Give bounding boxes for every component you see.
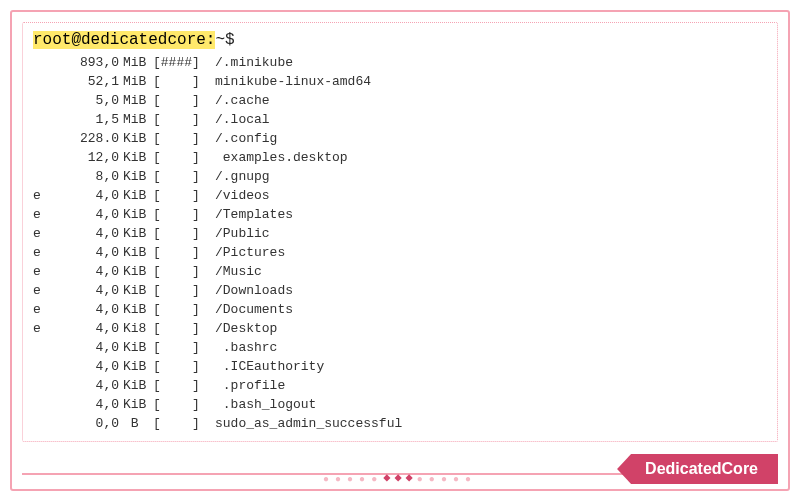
row-unit: KiB (119, 281, 153, 300)
row-unit: KiB (119, 376, 153, 395)
row-name: /Music (211, 262, 262, 281)
row-bar: [ ] (153, 414, 211, 433)
row-name: /Templates (211, 205, 293, 224)
row-flag: e (33, 300, 55, 319)
row-name: .bash_logout (211, 395, 316, 414)
window-frame: root@dedicatedcore:~$ 893,0MiB[####]/.mi… (10, 10, 790, 491)
row-flag: e (33, 319, 55, 338)
row-size: 4,0 (55, 262, 119, 281)
row-unit: KiB (119, 243, 153, 262)
row-size: 4,0 (55, 224, 119, 243)
row-bar: [ ] (153, 205, 211, 224)
row-name: /.local (211, 110, 270, 129)
row-flag (33, 414, 55, 433)
brand-badge: DedicatedCore (617, 454, 778, 484)
listing-row: 228.0KiB[ ]/.config (33, 129, 767, 148)
row-size: 4,0 (55, 376, 119, 395)
terminal-panel[interactable]: root@dedicatedcore:~$ 893,0MiB[####]/.mi… (22, 22, 778, 442)
row-unit: KiB (119, 262, 153, 281)
row-name: /Downloads (211, 281, 293, 300)
row-bar: [ ] (153, 224, 211, 243)
listing-row: 52,1MiB[ ]minikube-linux-amd64 (33, 72, 767, 91)
row-bar: [ ] (153, 395, 211, 414)
row-bar: [ ] (153, 243, 211, 262)
row-bar: [ ] (153, 338, 211, 357)
row-unit: Ki8 (119, 319, 153, 338)
row-name: sudo_as_admin_successful (211, 414, 402, 433)
row-unit: KiB (119, 186, 153, 205)
row-unit: MiB (119, 91, 153, 110)
listing-row: e4,0KiB[ ]/Pictures (33, 243, 767, 262)
listing-row: 8,0KiB[ ]/.gnupg (33, 167, 767, 186)
row-name: .profile (211, 376, 285, 395)
row-flag (33, 376, 55, 395)
row-unit: KiB (119, 338, 153, 357)
row-flag (33, 53, 55, 72)
listing-row: 4,0KiB[ ] .ICEauthority (33, 357, 767, 376)
row-name: .bashrc (211, 338, 277, 357)
listing-row: 5,0MiB[ ]/.cache (33, 91, 767, 110)
row-size: 4,0 (55, 319, 119, 338)
row-bar: [ ] (153, 262, 211, 281)
row-size: 4,0 (55, 186, 119, 205)
row-bar: [ ] (153, 110, 211, 129)
row-size: 1,5 (55, 110, 119, 129)
row-bar: [ ] (153, 319, 211, 338)
row-flag (33, 129, 55, 148)
row-bar: [ ] (153, 300, 211, 319)
row-unit: KiB (119, 148, 153, 167)
row-bar: [ ] (153, 129, 211, 148)
prompt-path: ~$ (215, 31, 234, 49)
row-bar: [ ] (153, 148, 211, 167)
row-bar: [ ] (153, 186, 211, 205)
row-unit: MiB (119, 53, 153, 72)
listing-row: e4,0KiB[ ]/Documents (33, 300, 767, 319)
listing-row: 4,0KiB[ ] .profile (33, 376, 767, 395)
listing-row: e4,0KiB[ ]/videos (33, 186, 767, 205)
row-size: 8,0 (55, 167, 119, 186)
row-name: /.gnupg (211, 167, 270, 186)
listing-row: e4,0KiB[ ]/Public (33, 224, 767, 243)
row-size: 4,0 (55, 357, 119, 376)
row-flag (33, 148, 55, 167)
row-size: 893,0 (55, 53, 119, 72)
row-size: 52,1 (55, 72, 119, 91)
row-unit: KiB (119, 300, 153, 319)
listing-row: 1,5MiB[ ]/.local (33, 110, 767, 129)
row-flag: e (33, 186, 55, 205)
row-flag (33, 338, 55, 357)
listing-row: e4,0KiB[ ]/Music (33, 262, 767, 281)
row-size: 4,0 (55, 338, 119, 357)
row-unit: KiB (119, 167, 153, 186)
row-flag: e (33, 262, 55, 281)
row-name: /.config (211, 129, 277, 148)
row-flag (33, 357, 55, 376)
row-bar: [ ] (153, 167, 211, 186)
row-name: examples.desktop (211, 148, 348, 167)
row-flag: e (33, 205, 55, 224)
row-name: /videos (211, 186, 270, 205)
row-size: 4,0 (55, 205, 119, 224)
row-flag (33, 91, 55, 110)
row-unit: KiB (119, 205, 153, 224)
row-size: 4,0 (55, 281, 119, 300)
listing-row: e4,0KiB[ ]/Templates (33, 205, 767, 224)
listing-row: 0,0 B [ ]sudo_as_admin_successful (33, 414, 767, 433)
row-name: /.cache (211, 91, 270, 110)
listing-row: e4,0Ki8[ ]/Desktop (33, 319, 767, 338)
row-name: .ICEauthority (211, 357, 324, 376)
row-size: 0,0 (55, 414, 119, 433)
row-unit: KiB (119, 357, 153, 376)
file-listing: 893,0MiB[####]/.minikube52,1MiB[ ]miniku… (33, 53, 767, 433)
row-name: /.minikube (211, 53, 293, 72)
row-size: 12,0 (55, 148, 119, 167)
row-bar: [####] (153, 53, 211, 72)
prompt-user-host: root@dedicatedcore: (33, 31, 215, 49)
row-flag (33, 167, 55, 186)
listing-row: 893,0MiB[####]/.minikube (33, 53, 767, 72)
row-size: 4,0 (55, 395, 119, 414)
listing-row: 12,0KiB[ ] examples.desktop (33, 148, 767, 167)
row-bar: [ ] (153, 91, 211, 110)
row-flag: e (33, 224, 55, 243)
row-bar: [ ] (153, 281, 211, 300)
